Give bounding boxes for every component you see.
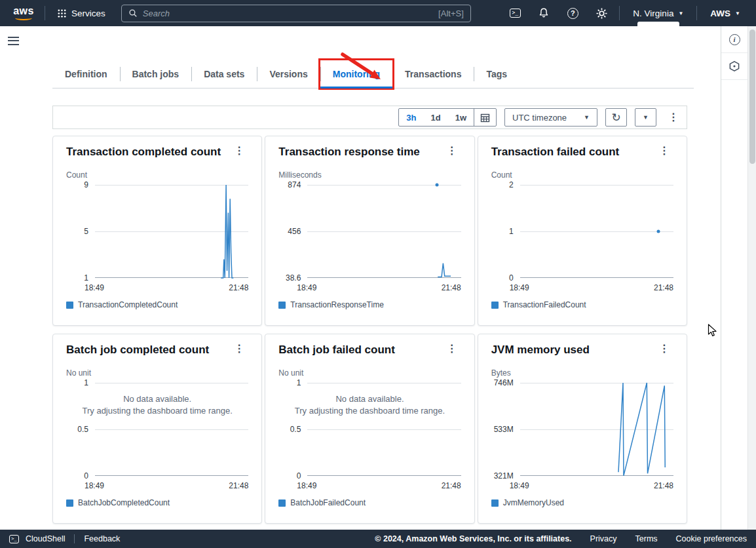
chart-menu-button[interactable]: ⋮ — [443, 146, 461, 156]
chart-legend[interactable]: TransactionResponseTime — [278, 300, 461, 309]
chart-menu-button[interactable]: ⋮ — [443, 343, 461, 354]
dashboard-actions-menu-button[interactable]: ⋮ — [664, 112, 683, 123]
chart-unit-label: No unit — [66, 368, 248, 378]
search-input[interactable] — [143, 9, 433, 18]
tab-versions[interactable]: Versions — [257, 60, 320, 88]
chart-unit-label: No unit — [278, 368, 461, 378]
timezone-select[interactable]: UTC timezone ▼ — [504, 108, 597, 127]
calendar-icon — [480, 113, 490, 123]
x-tick: 18:49 — [510, 481, 529, 490]
footer-cookie-preferences-link[interactable]: Cookie preferences — [676, 534, 747, 543]
x-tick: 18:49 — [297, 481, 316, 490]
tab-data-sets[interactable]: Data sets — [191, 60, 257, 88]
chart-legend[interactable]: JvmMemoryUsed — [491, 498, 673, 507]
tab-batch-jobs[interactable]: Batch jobs — [120, 60, 192, 88]
chart-title: JVM memory used — [491, 343, 590, 357]
settings-button[interactable] — [590, 0, 613, 26]
aws-logo[interactable]: aws — [9, 7, 38, 20]
bell-icon — [538, 7, 550, 19]
x-axis-ticks: 18:49 21:48 — [510, 481, 673, 490]
header-divider — [696, 6, 697, 20]
chevron-down-icon: ▼ — [735, 10, 740, 16]
chart-menu-button[interactable]: ⋮ — [655, 146, 673, 156]
chart-area: 874 456 38.6 — [278, 185, 461, 278]
refresh-button[interactable]: ↻ — [605, 108, 627, 127]
chart-area: 746M 533M 321M — [491, 383, 673, 476]
region-menu-popover-edge — [637, 22, 679, 28]
line-chart — [95, 185, 248, 278]
x-axis-ticks: 18:49 21:48 — [85, 283, 248, 292]
x-tick: 18:49 — [297, 283, 316, 292]
tab-monitoring[interactable]: Monitoring — [320, 60, 392, 88]
footer-cloudshell-link[interactable]: CloudShell — [26, 534, 65, 543]
legend-swatch — [278, 302, 286, 309]
chart-card-jvm-memory-used: JVM memory used ⋮ Bytes 746M 533M 321M 1 — [478, 334, 687, 524]
scrollbar-thumb[interactable] — [749, 29, 755, 164]
account-menu-button[interactable]: AWS ▼ — [704, 0, 747, 26]
footer-divider — [74, 534, 75, 543]
tab-definition[interactable]: Definition — [52, 60, 120, 88]
services-menu-button[interactable]: Services — [52, 0, 111, 26]
chart-area: 1 0.5 0 No data available. Try adjusting… — [66, 383, 248, 476]
range-1w-button[interactable]: 1w — [448, 109, 474, 126]
footer-feedback-link[interactable]: Feedback — [84, 534, 120, 543]
refresh-options-dropdown-button[interactable]: ▼ — [635, 108, 656, 127]
tab-transactions[interactable]: Transactions — [392, 60, 474, 88]
legend-swatch — [491, 499, 499, 507]
chart-legend[interactable]: TransactionCompletedCount — [66, 300, 248, 309]
chart-line — [438, 264, 451, 277]
chart-area: 1 0.5 0 No data available. Try adjusting… — [278, 383, 461, 476]
chart-menu-button[interactable]: ⋮ — [230, 146, 248, 156]
tools-panel-button[interactable] — [721, 53, 747, 80]
chart-legend[interactable]: BatchJobCompletedCount — [66, 498, 248, 507]
chart-legend[interactable]: BatchJobFailedCount — [278, 498, 461, 507]
legend-label: TransactionResponseTime — [290, 300, 384, 309]
info-icon: i — [729, 34, 740, 45]
footer-privacy-link[interactable]: Privacy — [590, 534, 617, 543]
footer-terms-link[interactable]: Terms — [635, 534, 658, 543]
no-data-message: No data available. Try adjusting the das… — [278, 393, 461, 417]
x-tick: 21:48 — [654, 283, 673, 292]
info-panel-button[interactable]: i — [721, 26, 747, 53]
notifications-button[interactable] — [533, 0, 555, 26]
x-axis-ticks: 18:49 21:48 — [510, 283, 673, 292]
legend-label: TransactionCompletedCount — [78, 300, 178, 309]
open-navigation-button[interactable] — [0, 26, 26, 55]
chevron-down-icon: ▼ — [643, 114, 649, 121]
range-1d-button[interactable]: 1d — [423, 109, 447, 126]
y-tick: 1 — [509, 227, 514, 235]
aws-smile-icon — [15, 16, 32, 20]
region-label: N. Virginia — [633, 9, 673, 18]
chart-unit-label: Count — [491, 170, 673, 180]
y-tick: 0.5 — [290, 425, 301, 433]
chart-card-batch-job-completed-count: Batch job completed count ⋮ No unit 1 0.… — [52, 334, 262, 524]
vertical-scrollbar[interactable] — [747, 26, 756, 530]
y-tick: 1 — [297, 379, 301, 387]
range-3h-button[interactable]: 3h — [399, 109, 423, 126]
y-tick: 1 — [84, 379, 88, 387]
legend-swatch — [66, 499, 73, 507]
chart-menu-button[interactable]: ⋮ — [655, 343, 673, 354]
dashboard-grid: Transaction completed count ⋮ Count 9 5 … — [52, 136, 687, 524]
chart-legend[interactable]: TransactionFailedCount — [491, 300, 673, 309]
legend-label: BatchJobCompletedCount — [78, 498, 170, 507]
cloudshell-button[interactable]: >_ — [504, 0, 526, 26]
chart-title: Transaction completed count — [66, 146, 221, 159]
question-mark-icon: ? — [567, 8, 578, 19]
legend-label: JvmMemoryUsed — [503, 498, 564, 507]
x-tick: 21:48 — [442, 283, 461, 292]
global-search[interactable]: [Alt+S] — [121, 5, 471, 22]
help-button[interactable]: ? — [561, 0, 584, 26]
chart-menu-button[interactable]: ⋮ — [230, 343, 248, 354]
time-range-segmented-control: 3h 1d 1w — [398, 108, 497, 127]
tab-tags[interactable]: Tags — [474, 60, 520, 88]
scatter-chart — [520, 185, 673, 278]
kebab-icon: ⋮ — [659, 343, 670, 354]
legend-swatch — [278, 499, 286, 507]
line-chart — [307, 185, 461, 278]
aws-logo-text: aws — [13, 7, 34, 16]
custom-range-calendar-button[interactable] — [474, 109, 496, 126]
x-tick: 18:49 — [85, 481, 104, 490]
search-icon — [128, 9, 138, 18]
x-axis-ticks: 18:49 21:48 — [85, 481, 248, 490]
